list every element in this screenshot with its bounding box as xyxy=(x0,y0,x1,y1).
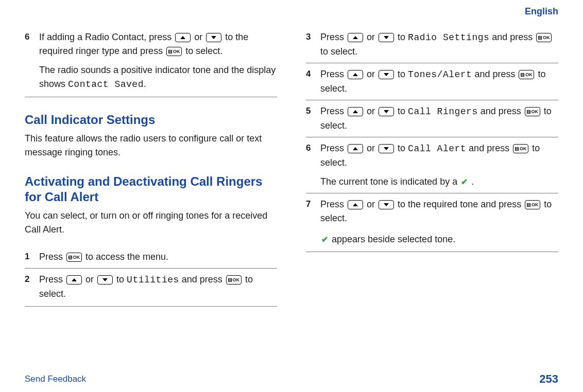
step-item: 1 Press OK to access the menu. xyxy=(25,246,277,268)
section-heading: Activating and Deactivating Call Ringers… xyxy=(25,174,277,205)
ok-button-icon: OK xyxy=(536,33,552,42)
page-footer: Send Feedback 253 xyxy=(25,372,558,386)
step-text: ✔ appears beside selected tone. xyxy=(320,233,558,246)
text: Press xyxy=(320,199,347,209)
divider xyxy=(25,306,277,307)
text: to xyxy=(398,32,408,42)
step-body: Press OK to access the menu. xyxy=(39,250,277,264)
text: appears beside selected tone. xyxy=(329,234,455,244)
section-intro: This feature allows the radio users to c… xyxy=(25,132,277,159)
text: Press xyxy=(39,274,65,284)
step-number: 1 xyxy=(25,250,39,264)
step-number: 7 xyxy=(306,198,320,246)
down-button-icon xyxy=(97,275,113,284)
text: to the required tone and press xyxy=(398,199,524,209)
up-button-icon xyxy=(348,33,363,42)
step-item: 5 Press or to Call Ringers and press OK … xyxy=(306,100,558,137)
ok-button-icon: OK xyxy=(66,253,82,262)
text: Press xyxy=(39,252,65,262)
text: and press xyxy=(478,106,524,116)
up-button-icon xyxy=(348,70,363,79)
code-text: Call Alert xyxy=(408,144,466,154)
text: or xyxy=(367,69,378,79)
step-number: 6 xyxy=(25,30,39,92)
checkmark-icon: ✔ xyxy=(321,234,328,246)
step-body: Press or to Call Alert and press OK to s… xyxy=(320,141,558,189)
ok-button-icon: OK xyxy=(519,70,534,79)
step-number: 2 xyxy=(25,273,39,301)
ok-button-icon: OK xyxy=(525,200,540,209)
text: or xyxy=(367,32,378,42)
step-text: The current tone is indicated by a ✔ . xyxy=(320,175,558,189)
step-number: 3 xyxy=(306,30,320,59)
text: . xyxy=(144,79,146,89)
down-button-icon xyxy=(379,107,394,116)
down-button-icon xyxy=(206,33,221,42)
down-button-icon xyxy=(379,200,394,209)
code-text: Contact Saved xyxy=(68,79,144,90)
step-body: Press or to Call Ringers and press OK to… xyxy=(320,104,558,133)
ok-button-icon: OK xyxy=(513,144,528,153)
code-text: Utilities xyxy=(127,275,179,285)
text: to xyxy=(398,143,408,153)
step-item: 6 If adding a Radio Contact, press or to… xyxy=(25,26,277,96)
step-item: 7 Press or to the required tone and pres… xyxy=(306,193,558,251)
down-button-icon xyxy=(379,70,394,79)
step-number: 4 xyxy=(306,67,320,96)
text: to xyxy=(398,106,408,116)
step-body: Press or to Tones/Alert and press OK to … xyxy=(320,67,558,96)
code-text: Tones/Alert xyxy=(408,69,472,80)
up-button-icon xyxy=(175,33,191,42)
text: and press xyxy=(472,69,518,79)
code-text: Call Ringers xyxy=(408,106,478,117)
text: to access the menu. xyxy=(85,252,168,262)
step-text: Press or to the required tone and press … xyxy=(320,198,558,225)
up-button-icon xyxy=(348,200,363,209)
ok-button-icon: OK xyxy=(226,275,242,284)
text: or xyxy=(367,143,378,153)
text: and press xyxy=(489,32,535,42)
text: Press xyxy=(320,106,347,116)
down-button-icon xyxy=(379,144,394,153)
down-button-icon xyxy=(379,33,394,42)
step-text: Press or to Call Alert and press OK to s… xyxy=(320,141,558,170)
code-text: Radio Settings xyxy=(408,32,489,43)
left-column: 6 If adding a Radio Contact, press or to… xyxy=(25,26,277,345)
divider xyxy=(25,97,277,98)
step-body: If adding a Radio Contact, press or to t… xyxy=(39,30,277,92)
text: If adding a Radio Contact, press xyxy=(39,32,174,42)
step-item: 6 Press or to Call Alert and press OK to… xyxy=(306,137,558,193)
text: Press xyxy=(320,32,347,42)
text: or xyxy=(194,32,205,42)
step-number: 6 xyxy=(306,141,320,189)
up-button-icon xyxy=(348,144,363,153)
text: and press xyxy=(466,143,512,153)
section-intro: You can select, or turn on or off ringin… xyxy=(25,209,277,237)
divider xyxy=(306,252,558,253)
page-number: 253 xyxy=(539,372,558,386)
text: Press xyxy=(320,69,347,79)
text: to xyxy=(116,274,127,284)
text: . xyxy=(469,176,474,187)
ok-button-icon: OK xyxy=(166,47,182,56)
text: to select. xyxy=(185,46,222,56)
step-number: 5 xyxy=(306,104,320,133)
step-body: Press or to Radio Settings and press OK … xyxy=(320,30,558,59)
section-heading: Call Indicator Settings xyxy=(25,112,277,128)
step-text: If adding a Radio Contact, press or to t… xyxy=(39,30,277,58)
right-column: 3 Press or to Radio Settings and press O… xyxy=(306,26,558,345)
text: Press xyxy=(320,143,347,153)
content-columns: 6 If adding a Radio Contact, press or to… xyxy=(25,26,558,345)
text: or xyxy=(367,199,378,209)
step-body: Press or to the required tone and press … xyxy=(320,198,558,246)
ok-button-icon: OK xyxy=(525,107,540,116)
text: or xyxy=(85,274,96,284)
text: and press xyxy=(179,274,225,284)
send-feedback-link[interactable]: Send Feedback xyxy=(25,374,86,384)
text: to xyxy=(398,69,408,79)
up-button-icon xyxy=(348,107,363,116)
checkmark-icon: ✔ xyxy=(461,176,468,188)
step-item: 2 Press or to Utilities and press OK to … xyxy=(25,268,277,305)
step-text: The radio sounds a positive indicator to… xyxy=(39,63,277,92)
text: to select. xyxy=(320,46,357,57)
